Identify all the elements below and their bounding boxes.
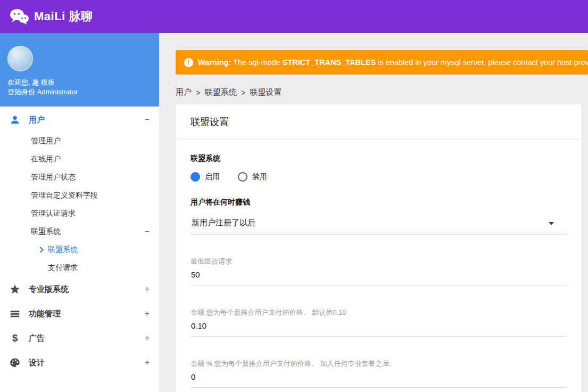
sidebar-item-design[interactable]: 设计 +: [0, 350, 159, 375]
radio-enable-label: 启用: [205, 172, 220, 182]
sidebar-item-user-status[interactable]: 管理用户状态: [0, 168, 159, 186]
sidebar-item-label: 管理用户状态: [31, 173, 76, 182]
warning-label: Warning:: [198, 58, 231, 67]
warning-text: is enabled in your mysql server, please …: [378, 58, 588, 67]
user-icon: [9, 113, 21, 126]
sidebar-item-affiliate-settings[interactable]: 联盟系统: [0, 241, 159, 259]
affiliate-system-label: 联盟系统: [191, 154, 567, 164]
expand-icon[interactable]: +: [145, 333, 150, 343]
expand-icon[interactable]: +: [145, 309, 150, 318]
breadcrumb-separator: >: [196, 88, 201, 97]
sidebar-item-label: 联盟系统: [48, 245, 78, 255]
app-title: MaiLi 脉聊: [34, 9, 93, 24]
sidebar-item-ads[interactable]: $ 广告 +: [0, 326, 159, 350]
amount-field-group: 金额 您为每个新推介用户支付的价格。 默认值0.10 0.10: [191, 308, 567, 337]
breadcrumb-affiliate-settings[interactable]: 联盟设置: [250, 87, 282, 97]
sidebar-item-label: 功能管理: [29, 309, 61, 319]
chevron-right-icon: [39, 247, 44, 253]
min-withdraw-field-group: 最低提款请求 50: [191, 257, 567, 285]
sidebar-item-online-users[interactable]: 在线用户: [0, 150, 159, 168]
radio-disable[interactable]: 禁用: [238, 172, 267, 182]
sidebar-item-label: 专业版系统: [29, 284, 69, 295]
breadcrumb: 用户 > 联盟系统 > 联盟设置: [176, 87, 588, 97]
expand-icon[interactable]: +: [145, 284, 150, 294]
sidebar-item-label: 管理自定义资料字段: [31, 191, 98, 200]
sidebar-item-label: 联盟系统: [31, 227, 61, 236]
sidebar-item-affiliate-system[interactable]: 联盟系统 −: [0, 223, 159, 241]
sidebar-item-users[interactable]: 用户 −: [0, 108, 159, 132]
radio-checked-icon[interactable]: [191, 172, 200, 182]
breadcrumb-affiliate-system[interactable]: 联盟系统: [205, 87, 237, 97]
earn-when-label: 用户将在何时赚钱: [191, 198, 567, 207]
welcome-text: 欢迎您, 趣 模板: [7, 78, 151, 87]
star-icon: [9, 283, 21, 296]
topbar: MaiLi 脉聊: [0, 0, 588, 33]
sidebar-item-label: 用户: [29, 115, 45, 125]
main-content: Warning: The sql-mode STRICT_TRANS_TABLE…: [159, 33, 588, 392]
min-withdraw-input[interactable]: 50: [191, 270, 567, 285]
collapse-icon[interactable]: −: [145, 115, 150, 125]
radio-disable-label: 禁用: [252, 172, 267, 182]
sidebar-item-label: 广告: [29, 333, 45, 344]
sidebar: 欢迎您, 趣 模板 登陆身份 Administrator 用户 − 管理用户: [0, 33, 159, 392]
card-title: 联盟设置: [176, 104, 582, 140]
amount-input[interactable]: 0.10: [191, 321, 567, 337]
warning-banner: Warning: The sql-mode STRICT_TRANS_TABLE…: [176, 50, 588, 75]
dollar-icon: $: [9, 332, 21, 345]
sidebar-item-label: 支付请求: [48, 263, 78, 273]
radio-unchecked-icon[interactable]: [238, 172, 247, 182]
sidebar-item-label: 管理认证请求: [31, 209, 76, 218]
sidebar-menu: 用户 − 管理用户 在线用户 管理用户状态 管理自定义资料字段 管理认证请求 联…: [0, 107, 159, 375]
warning-icon: [184, 58, 193, 67]
percent-input[interactable]: 0: [191, 372, 567, 388]
settings-card: 联盟设置 联盟系统 启用 禁用 用户将在何时赚钱 新用户注: [176, 104, 582, 392]
affiliate-radio-group: 启用 禁用: [191, 172, 567, 182]
expand-icon[interactable]: +: [145, 358, 150, 368]
sidebar-item-label: 设计: [29, 358, 45, 368]
breadcrumb-separator: >: [241, 88, 246, 97]
sidebar-item-custom-fields[interactable]: 管理自定义资料字段: [0, 186, 159, 205]
percent-label: 金额 % 您为每个新推介用户支付的价格。 加入任何专业套餐之后.: [191, 359, 567, 369]
earn-when-value: 新用户注册了以后: [192, 218, 255, 227]
radio-enable[interactable]: 启用: [191, 172, 220, 182]
sidebar-item-payment-requests[interactable]: 支付请求: [0, 259, 159, 277]
percent-field-group: 金额 % 您为每个新推介用户支付的价格。 加入任何专业套餐之后. 0: [191, 359, 567, 388]
breadcrumb-users[interactable]: 用户: [176, 87, 192, 97]
wechat-logo-icon: [10, 9, 29, 24]
menu-bars-icon: [9, 307, 21, 320]
sidebar-item-label: 在线用户: [31, 154, 61, 164]
sidebar-item-label: 管理用户: [31, 136, 61, 146]
sidebar-item-manage-users[interactable]: 管理用户: [0, 132, 159, 150]
brand-link[interactable]: MaiLi 脉聊: [10, 9, 93, 24]
earn-when-select[interactable]: 新用户注册了以后: [191, 214, 567, 234]
sidebar-profile: 欢迎您, 趣 模板 登陆身份 Administrator: [0, 33, 159, 107]
sidebar-item-verify-requests[interactable]: 管理认证请求: [0, 205, 159, 223]
min-withdraw-label: 最低提款请求: [191, 257, 567, 266]
warning-code: STRICT_TRANS_TABLES: [283, 58, 376, 67]
sidebar-item-pro-system[interactable]: 专业版系统 +: [0, 277, 159, 301]
sidebar-item-features[interactable]: 功能管理 +: [0, 301, 159, 326]
collapse-icon[interactable]: −: [145, 227, 150, 236]
avatar[interactable]: [7, 46, 33, 71]
amount-label: 金额 您为每个新推介用户支付的价格。 默认值0.10: [191, 308, 567, 317]
chevron-down-icon: [549, 222, 554, 225]
palette-icon: [9, 356, 21, 369]
warning-text: The sql-mode: [233, 58, 280, 67]
login-role-text: 登陆身份 Administrator: [7, 87, 151, 97]
